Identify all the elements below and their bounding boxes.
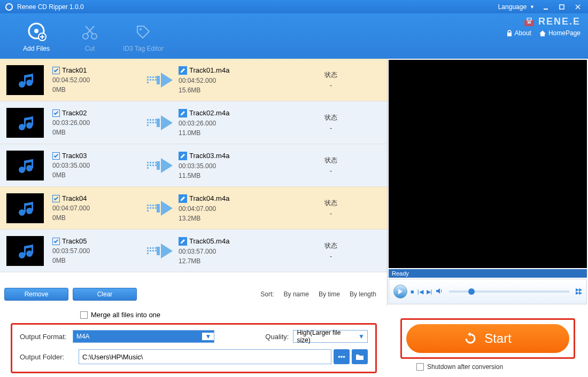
merge-label: Merge all files into one (91, 311, 160, 319)
track-status: 状态- (275, 156, 387, 175)
edit-icon[interactable] (179, 152, 187, 160)
edit-icon[interactable] (179, 109, 187, 117)
output-size: 15.6MB (179, 87, 275, 94)
track-list[interactable]: Track01 00:04:52.000 0MB Track01.m4a 00:… (0, 59, 387, 283)
language-dropdown[interactable]: Language ▼ (498, 3, 535, 11)
track-row[interactable]: Track02 00:03:26.000 0MB Track02.m4a 00:… (0, 101, 387, 144)
track-size: 0MB (52, 129, 141, 136)
track-thumbnail (6, 108, 44, 138)
prev-button[interactable]: |◀ (417, 288, 423, 295)
status-bar: Ready (389, 269, 587, 278)
id3-tag-label: ID3 Tag Editor (123, 45, 164, 52)
remove-button[interactable]: Remove (4, 288, 68, 301)
track-row[interactable]: Track05 00:03:57.000 0MB Track05.m4a 00:… (0, 230, 387, 272)
track-status: 状态- (275, 241, 387, 260)
output-format-label: Output Format: (20, 333, 73, 341)
minimize-button[interactable] (541, 2, 551, 12)
close-button[interactable] (573, 2, 583, 12)
track-status: 状态- (275, 199, 387, 217)
track-checkbox[interactable] (52, 195, 60, 202)
output-duration: 00:04:07.000 (179, 205, 275, 213)
track-size: 0MB (52, 171, 141, 179)
track-checkbox[interactable] (52, 109, 60, 117)
sort-by-name[interactable]: By name (284, 290, 309, 298)
output-folder-input[interactable] (79, 349, 331, 364)
list-footer: Remove Clear Sort: By name By time By le… (0, 283, 387, 305)
track-size: 0MB (52, 257, 141, 264)
seek-slider[interactable] (449, 290, 569, 293)
track-checkbox[interactable] (52, 67, 60, 74)
output-format-combo[interactable]: M4A ▼ (73, 330, 215, 343)
track-thumbnail (6, 65, 44, 95)
track-row[interactable]: Track01 00:04:52.000 0MB Track01.m4a 00:… (0, 59, 387, 101)
cd-plus-icon (26, 20, 47, 44)
browse-folder-button[interactable] (352, 349, 368, 364)
track-row[interactable]: Track03 00:03:35.000 0MB Track03.m4a 00:… (0, 144, 387, 187)
cut-label: Cut (85, 45, 95, 52)
about-link[interactable]: About (506, 29, 531, 37)
tag-icon (134, 20, 152, 44)
cut-button[interactable]: Cut (63, 17, 117, 56)
quality-label: Quality: (236, 333, 289, 341)
more-options-button[interactable]: ••• (334, 349, 350, 364)
track-status: 状态- (275, 70, 387, 89)
id3-tag-button[interactable]: ID3 Tag Editor (117, 17, 170, 56)
output-duration: 00:03:57.000 (179, 248, 275, 255)
svg-point-10 (91, 34, 97, 39)
svg-line-12 (86, 26, 93, 34)
shutdown-checkbox[interactable] (416, 363, 424, 371)
edit-icon[interactable] (179, 237, 187, 246)
next-button[interactable]: ▶| (427, 288, 432, 295)
add-files-label: Add Files (23, 45, 50, 52)
play-button[interactable] (393, 285, 407, 299)
language-label: Language (498, 3, 527, 11)
homepage-link[interactable]: HomePage (539, 29, 581, 37)
chevron-down-icon: ▼ (530, 4, 535, 10)
track-row[interactable]: Track04 00:04:07.000 0MB Track04.m4a 00:… (0, 187, 387, 230)
toolbar: Add Files Cut ID3 Tag Editor RENE.E Abou… (0, 13, 588, 59)
edit-icon[interactable] (179, 66, 187, 75)
sort-by-time[interactable]: By time (319, 290, 340, 298)
arrow-icon (141, 158, 179, 173)
arrow-icon (141, 201, 179, 216)
track-duration: 00:03:57.000 (52, 247, 141, 255)
home-icon (539, 29, 546, 37)
output-folder-label: Output Folder: (20, 353, 79, 361)
svg-point-13 (140, 28, 142, 30)
track-size: 0MB (52, 86, 141, 93)
track-checkbox[interactable] (52, 152, 60, 160)
clear-button[interactable]: Clear (73, 288, 137, 301)
sort-by-length[interactable]: By length (350, 290, 376, 298)
track-duration: 00:03:26.000 (52, 119, 141, 127)
merge-checkbox[interactable] (80, 311, 88, 319)
track-duration: 00:03:35.000 (52, 162, 141, 169)
svg-line-11 (87, 26, 94, 34)
folder-icon (355, 353, 364, 360)
add-files-button[interactable]: Add Files (10, 17, 63, 56)
stop-button[interactable]: ■ (411, 288, 414, 295)
edit-icon[interactable] (179, 194, 187, 203)
maximize-button[interactable] (557, 2, 567, 12)
track-name: Track04 (62, 194, 87, 202)
speaker-icon (435, 287, 443, 295)
expand-button[interactable]: ▶▶▶▶ (576, 288, 582, 295)
output-settings-highlight: Output Format: M4A ▼ Quality: High(Large… (11, 323, 377, 373)
track-name: Track05 (62, 237, 87, 245)
track-name: Track02 (62, 109, 87, 117)
track-duration: 00:04:07.000 (52, 205, 141, 212)
output-duration: 00:04:52.000 (179, 77, 275, 84)
svg-rect-1 (560, 5, 564, 9)
output-name: Track03.m4a (189, 152, 229, 160)
player-controls: ■ |◀ ▶| ▶▶▶▶ (389, 279, 587, 304)
window-title: Renee CD Ripper 1.0.0 (17, 3, 498, 11)
volume-button[interactable] (435, 287, 443, 296)
output-name: Track05.m4a (189, 237, 229, 245)
arrow-icon (141, 115, 179, 130)
quality-combo[interactable]: High(Larger file size) ▼ (293, 330, 368, 343)
chevron-down-icon: ▼ (355, 333, 367, 340)
arrow-icon (141, 73, 179, 88)
track-duration: 00:04:52.000 (52, 76, 141, 84)
track-name: Track03 (62, 152, 87, 160)
track-checkbox[interactable] (52, 238, 60, 245)
start-button[interactable]: Start (406, 324, 569, 353)
